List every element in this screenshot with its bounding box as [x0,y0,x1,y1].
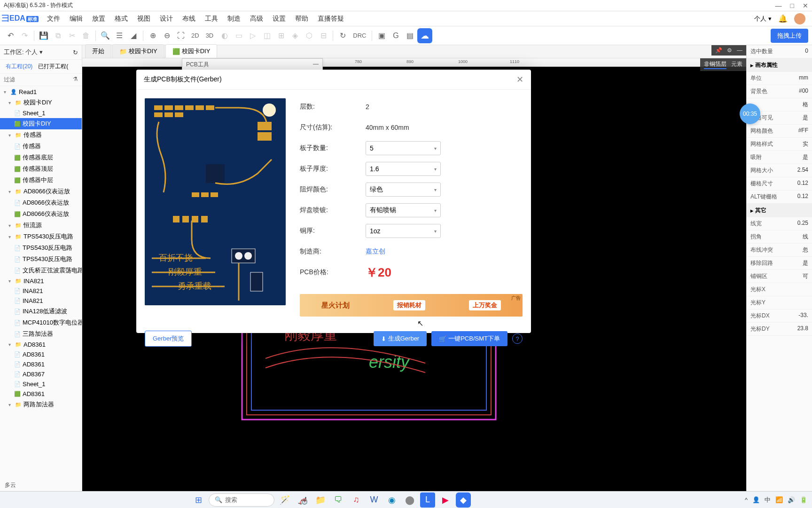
workspace-selector[interactable]: 工作区: 个人 ▾↻ [0,45,82,60]
section-other[interactable]: ▸ 其它 [747,204,812,217]
tree-item[interactable]: ▾📁AD8066仪表运放 [0,186,82,197]
taskbar-lark-icon[interactable]: L [420,492,435,508]
tool-icon[interactable]: ◫ [260,29,273,42]
property-row[interactable]: 吸附是 [747,151,812,164]
tree-root[interactable]: ▾👤Read1 [0,87,82,97]
tab-open-projects[interactable]: 已打开工程( [35,62,71,71]
tree-item[interactable]: 📄AD8066仪表运放 [0,197,82,208]
upload-button[interactable]: 拖拽上传 [771,29,808,43]
taskbar-app-icon[interactable]: 🪄 [277,492,292,508]
menu-fab[interactable]: 制造 [223,13,245,25]
list-icon[interactable]: ☰ [113,29,126,42]
minimize-icon[interactable]: — [737,47,742,54]
tool-icon[interactable]: ◐ [218,29,231,42]
tree-item[interactable]: 📄INA821 [0,296,82,306]
tree-item[interactable]: 📄AD8361 [0,349,82,359]
tree-item[interactable]: 📄TPS5430反压电路 [0,242,82,254]
personal-dropdown[interactable]: 个人 ▾ [754,15,772,23]
eraser-icon[interactable]: ◢ [127,29,140,42]
taskbar-netease-icon[interactable]: ♫ [349,492,364,508]
menu-format[interactable]: 格式 [110,13,133,25]
tool-icon[interactable]: ⊟ [317,29,330,42]
minimize-button[interactable]: — [775,2,782,9]
tree-item[interactable]: ▾📁AD8361 [0,340,82,349]
tree-item[interactable]: 📄Sheet_1 [0,108,82,118]
property-row[interactable]: 移除回路是 [747,257,812,270]
tab-pcb-active[interactable]: 🟩校园卡DIY [165,44,218,58]
tree-item[interactable]: 📄文氏桥正弦波震荡电路 [0,265,82,276]
menu-file[interactable]: 文件 [42,13,65,25]
tray-wifi-icon[interactable]: 📶 [775,496,783,503]
menu-tools[interactable]: 工具 [200,13,223,25]
tree-item[interactable]: 🟩传感器顶层 [0,163,82,175]
start-button[interactable]: ⊞ [191,492,206,508]
cut-icon[interactable]: ✂ [65,29,78,42]
property-row[interactable]: 线宽0.25 [747,217,812,230]
property-row[interactable]: 栅格尺寸0.12 [747,177,812,190]
taskbar-word-icon[interactable]: W [367,492,382,508]
ad-banner[interactable]: 星火计划 报销耗材 上万奖金 广告 [300,294,523,317]
finish-select[interactable]: 有铅喷锡 [366,203,441,217]
taskbar-edge-icon[interactable]: ◉ [384,492,399,508]
drc-button[interactable]: DRC [350,32,369,39]
property-row[interactable]: 网格样式实 [747,138,812,151]
tray-expand[interactable]: ^ [745,496,748,503]
tree-item[interactable]: 📄传感器 [0,141,82,152]
property-row[interactable]: 布线冲突忽 [747,244,812,257]
copy-icon[interactable]: ⧉ [51,29,64,42]
thickness-select[interactable]: 1.6 [366,162,441,176]
tool-icon[interactable]: ⬡ [303,29,316,42]
tray-battery-icon[interactable]: 🔋 [800,496,807,503]
property-row[interactable]: 光标DY23.8 [747,323,812,336]
menu-help[interactable]: 帮助 [290,13,313,25]
copper-select[interactable]: 1oz [366,224,441,238]
tree-item[interactable]: 📄INA128低通滤波 [0,306,82,317]
tree-item[interactable]: 📄MCP41010数字电位器 [0,317,82,328]
tree-item[interactable]: 🟩传感器底层 [0,152,82,163]
manufacturer-link[interactable]: 嘉立创 [366,247,385,256]
tree-item[interactable]: ▾📁校园卡DIY [0,97,82,108]
tool-icon[interactable]: ▷ [246,29,259,42]
tree-item[interactable]: ▾📁恒流源 [0,220,82,231]
gerber-icon[interactable]: G [389,29,402,42]
refresh-icon[interactable]: ↻ [336,29,349,42]
delete-icon[interactable]: 🗑 [79,29,93,42]
tree-item[interactable]: 📄TPS5430反压电路 [0,254,82,265]
bom-icon[interactable]: ▤ [403,29,416,42]
tray-ime[interactable]: 中 [765,496,771,504]
mask-select[interactable]: 绿色 [366,183,441,197]
property-row[interactable]: ALT键栅格0.12 [747,190,812,204]
tree-item[interactable]: 📄AD8361 [0,359,82,369]
qty-select[interactable]: 5 [366,141,441,155]
zoom-out-icon[interactable]: ⊖ [160,29,173,42]
filter-icon[interactable]: ⚗ [73,76,78,84]
tree-item[interactable]: 📄三路加法器 [0,328,82,340]
taskbar-eda-icon[interactable]: ◆ [456,492,471,508]
order-pcb-button[interactable]: 🛒 一键PCB/SMT下单 [431,331,508,346]
undo-button[interactable]: ↶ [4,29,17,42]
help-button[interactable]: ? [512,333,523,344]
menu-live-qa[interactable]: 直播答疑 [313,13,349,25]
tool-icon[interactable]: ⊞ [274,29,288,42]
tab-start[interactable]: 开始 [85,44,111,58]
redo-button[interactable]: ↷ [18,29,31,42]
close-button[interactable]: ✕ [803,2,808,9]
menu-design[interactable]: 设计 [155,13,178,25]
tool-icon[interactable]: ◈ [289,29,302,42]
property-row[interactable]: 光标X [747,283,812,296]
menu-route[interactable]: 布线 [178,13,200,25]
gerber-preview-button[interactable]: Gerber预览 [145,331,192,347]
taskbar-app-icon[interactable]: ⬤ [402,492,417,508]
taskbar-explorer-icon[interactable]: 📁 [313,492,328,508]
gear-icon[interactable]: ⚙ [727,47,732,54]
tree-item[interactable]: 🟩AD8361 [0,389,82,399]
tree-item[interactable]: ▾📁INA821 [0,276,82,286]
tree-item[interactable]: 🟩校园卡DIY [0,118,82,129]
tab-elements[interactable]: 元素 [731,60,742,69]
user-avatar[interactable] [794,13,805,24]
tree-item[interactable]: ▾📁TPS5430反压电路 [0,231,82,242]
menu-place[interactable]: 放置 [87,13,110,25]
maximize-button[interactable]: □ [790,2,794,9]
search-icon[interactable]: 🔍 [99,29,112,42]
taskbar-app-icon[interactable]: 🦽 [295,492,310,508]
